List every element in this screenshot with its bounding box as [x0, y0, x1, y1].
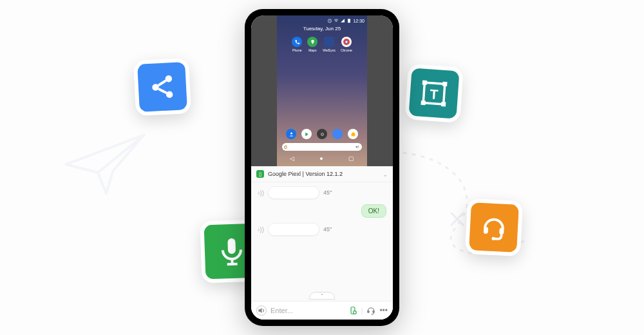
svg-point-23 — [358, 146, 359, 147]
svg-rect-9 — [227, 238, 236, 254]
voice-message[interactable]: ›)) 45'' — [258, 186, 386, 199]
svg-rect-13 — [499, 227, 504, 235]
app-label: Chrome — [341, 48, 352, 52]
android-navbar: ◁ ● ▢ — [277, 153, 367, 164]
text-box-icon: T — [420, 79, 449, 108]
share-icon — [148, 73, 176, 101]
app-weisync[interactable]: WeiSync — [323, 37, 336, 52]
nav-home[interactable]: ● — [319, 155, 323, 162]
panel-footer: Enter... | ••• — [251, 301, 393, 320]
svg-rect-5 — [442, 82, 447, 86]
voice-duration: 45'' — [323, 226, 332, 233]
svg-line-11 — [227, 264, 238, 265]
svg-rect-6 — [421, 100, 425, 105]
device-badge-icon: ▯ — [256, 170, 264, 178]
speaker-button[interactable] — [256, 305, 267, 316]
svg-rect-12 — [484, 227, 489, 234]
headset-icon[interactable] — [366, 306, 375, 315]
dock-calendar[interactable] — [332, 129, 343, 139]
app-label: WeiSync — [323, 48, 336, 52]
wifi-icon — [334, 18, 339, 23]
dock: G ◁ ● ▢ — [277, 129, 367, 166]
battery-icon — [346, 18, 352, 23]
signal-icon — [340, 18, 345, 23]
nav-back[interactable]: ◁ — [290, 155, 294, 162]
svg-rect-29 — [373, 311, 374, 313]
panel-drag-handle[interactable]: ˄ — [251, 291, 393, 301]
text-bubble: OK! — [361, 204, 386, 218]
app-label: Phone — [292, 48, 301, 52]
svg-point-19 — [345, 41, 347, 43]
session-panel: ▯ Google Piexl | Version 12.1.2 ⌄ ›)) 45… — [251, 166, 393, 320]
voice-bubble[interactable] — [268, 223, 319, 236]
dock-play[interactable] — [301, 129, 312, 139]
chevron-up-icon: ˄ — [321, 293, 323, 299]
text-box-tile[interactable]: T — [404, 64, 464, 123]
support-tile[interactable] — [465, 198, 523, 256]
microphone-icon — [216, 235, 248, 267]
headset-icon — [480, 213, 508, 242]
sound-wave-icon: ›)) — [258, 189, 264, 196]
speaker-icon — [257, 306, 266, 315]
svg-rect-16 — [348, 19, 350, 23]
chevron-down-icon[interactable]: ⌄ — [383, 171, 388, 178]
homescreen-date: Tuesday, Jun 25 — [277, 26, 367, 32]
dock-contacts[interactable] — [286, 129, 296, 139]
voice-message[interactable]: ›)) 45'' — [258, 223, 386, 236]
status-bar: 12:30 — [277, 15, 367, 24]
svg-text:T: T — [430, 86, 439, 102]
phone-icon — [294, 39, 300, 45]
device-title: Google Piexl | Version 12.1.2 — [268, 171, 343, 177]
message-input[interactable]: Enter... — [270, 307, 345, 314]
panel-header[interactable]: ▯ Google Piexl | Version 12.1.2 ⌄ — [251, 166, 393, 182]
app-chrome[interactable]: Chrome — [341, 37, 352, 52]
status-time: 12:30 — [353, 19, 365, 23]
remote-device-view: 12:30 Tuesday, Jun 25 Phone Maps — [251, 15, 393, 166]
svg-rect-28 — [368, 311, 369, 313]
svg-point-25 — [357, 148, 358, 148]
chat-area: ›)) 45'' OK! ›)) 45'' — [251, 182, 393, 291]
nav-recent[interactable]: ▢ — [348, 155, 354, 162]
sound-wave-icon: ›)) — [258, 226, 264, 233]
google-logo-icon: G — [284, 145, 287, 149]
search-pill[interactable]: G — [282, 143, 362, 151]
assistant-icon — [355, 144, 360, 149]
voice-duration: 45'' — [323, 189, 332, 196]
voice-bubble[interactable] — [268, 186, 319, 199]
svg-point-20 — [290, 132, 292, 134]
more-menu[interactable]: ••• — [379, 306, 388, 315]
text-message[interactable]: OK! — [258, 204, 386, 218]
separator: | — [361, 307, 363, 314]
phone-frame: 12:30 Tuesday, Jun 25 Phone Maps — [245, 9, 399, 326]
svg-point-27 — [353, 311, 356, 314]
app-phone[interactable]: Phone — [292, 37, 302, 52]
svg-point-22 — [355, 146, 357, 148]
app-maps[interactable]: Maps — [307, 37, 317, 52]
paper-plane-icon — [64, 129, 148, 200]
svg-point-21 — [321, 133, 323, 135]
dock-camera[interactable] — [317, 129, 327, 139]
app-label: Maps — [308, 48, 316, 52]
dock-drive[interactable] — [348, 129, 358, 139]
svg-rect-7 — [441, 102, 446, 106]
svg-rect-4 — [422, 80, 427, 84]
homescreen: 12:30 Tuesday, Jun 25 Phone Maps — [277, 15, 367, 166]
svg-point-24 — [358, 147, 359, 148]
device-link-icon[interactable] — [348, 306, 357, 315]
alarm-icon — [327, 18, 332, 23]
maps-icon — [310, 39, 316, 45]
favorites-row: Phone Maps WeiSync — [277, 37, 367, 52]
chrome-icon — [343, 38, 350, 46]
phone-screen: 12:30 Tuesday, Jun 25 Phone Maps — [251, 15, 393, 320]
share-tile[interactable] — [133, 58, 191, 116]
